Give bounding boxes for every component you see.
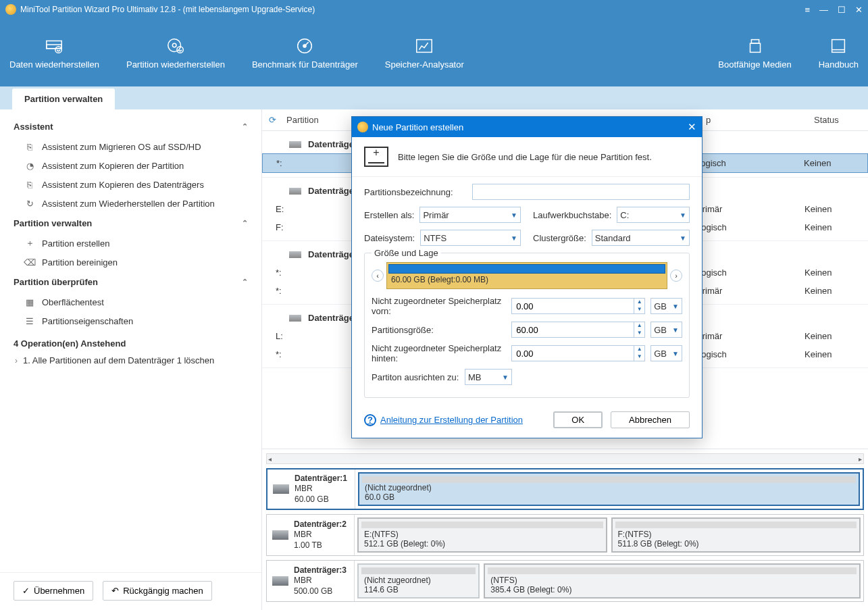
unalloc-before-input[interactable] [511, 298, 634, 314]
ok-button[interactable]: OK [553, 411, 603, 428]
label-partition-size: Partitionsgröße: [372, 325, 506, 335]
filesystem-select[interactable]: NTFS▼ [420, 230, 521, 246]
select-value: Primär [423, 210, 449, 220]
chevron-down-icon: ▼ [672, 350, 679, 357]
select-value: GB [654, 349, 667, 359]
unit-select[interactable]: GB▼ [650, 345, 682, 361]
label-create-as: Erstellen als: [364, 210, 414, 220]
label-cluster: Clustergröße: [533, 233, 586, 243]
select-value: Standard [595, 233, 631, 243]
help-link[interactable]: ? Anleitung zur Erstellung der Partition [364, 414, 545, 426]
select-value: GB [654, 325, 667, 335]
chevron-down-icon: ▼ [672, 303, 679, 310]
unit-select[interactable]: GB▼ [650, 322, 682, 338]
select-value: MB [468, 372, 482, 382]
dialog-titlebar: Neue Partition erstellen ✕ [352, 117, 702, 137]
create-partition-dialog: Neue Partition erstellen ✕ Bitte legen S… [351, 116, 703, 438]
select-value: GB [654, 301, 667, 311]
label-unalloc-before: Nicht zugeordneter Speicherplatz vorn: [372, 296, 506, 316]
app-icon [357, 122, 368, 132]
partition-size-input[interactable] [511, 322, 634, 338]
spinner[interactable]: ▲▼ [634, 345, 645, 361]
chevron-down-icon: ▼ [511, 234, 517, 242]
label-partition-label: Partitionsbezeichnung: [364, 187, 465, 197]
dialog-layer: Neue Partition erstellen ✕ Bitte legen S… [0, 0, 868, 610]
align-select[interactable]: MB▼ [465, 369, 512, 385]
label-drive-letter: Laufwerkbuchstabe: [533, 210, 611, 220]
size-text: 60.00 GB (Belegt:0.00 MB) [387, 274, 667, 286]
size-fieldset: Größe und Lage ‹ 60.00 GB (Belegt:0.00 M… [364, 253, 690, 398]
label-unalloc-after: Nicht zugeordneter Speicherplatz hinten: [372, 343, 506, 363]
cancel-button[interactable]: Abbrechen [611, 411, 690, 428]
drive-letter-select[interactable]: C:▼ [617, 207, 690, 223]
chevron-down-icon: ▼ [680, 234, 686, 242]
label-filesystem: Dateisystem: [364, 233, 415, 243]
help-text: Anleitung zur Erstellung der Partition [380, 415, 523, 425]
chevron-down-icon: ▼ [680, 211, 686, 219]
create-as-select[interactable]: Primär▼ [419, 207, 521, 223]
size-visual[interactable]: 60.00 GB (Belegt:0.00 MB) [386, 262, 667, 289]
chevron-down-icon: ▼ [672, 326, 679, 334]
dialog-title: Neue Partition erstellen [372, 122, 688, 132]
chevron-down-icon: ▼ [502, 374, 509, 381]
cluster-select[interactable]: Standard▼ [592, 230, 690, 246]
fieldset-title: Größe und Lage [372, 248, 441, 258]
label-align: Partiton ausrichten zu: [372, 372, 459, 382]
select-value: NTFS [424, 233, 446, 243]
unalloc-after-input[interactable] [511, 345, 634, 361]
dialog-intro: Bitte legen Sie die Größe und die Lage f… [352, 137, 702, 177]
intro-text: Bitte legen Sie die Größe und die Lage f… [398, 152, 652, 162]
chevron-down-icon: ▼ [511, 211, 517, 219]
new-partition-icon [364, 147, 388, 167]
partition-label-input[interactable] [472, 184, 690, 200]
spinner[interactable]: ▲▼ [634, 298, 645, 314]
spinner[interactable]: ▲▼ [634, 322, 645, 338]
dialog-close-button[interactable]: ✕ [688, 121, 696, 133]
size-nav-right[interactable]: › [670, 270, 682, 282]
unit-select[interactable]: GB▼ [650, 298, 682, 314]
help-icon: ? [364, 414, 376, 426]
size-nav-left[interactable]: ‹ [372, 270, 384, 282]
select-value: C: [620, 210, 629, 220]
